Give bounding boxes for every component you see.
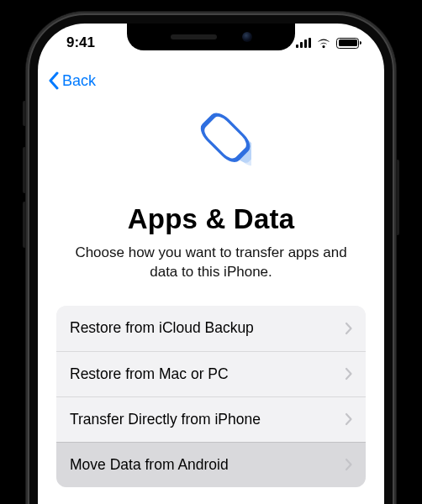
chevron-right-icon [345,458,352,471]
option-restore-icloud[interactable]: Restore from iCloud Backup [56,306,366,351]
option-label: Transfer Directly from iPhone [70,411,261,428]
phone-frame: 9:41 Back [26,12,396,504]
option-label: Move Data from Android [70,456,229,474]
navbar: Back [38,62,384,99]
chevron-right-icon [345,412,352,426]
option-transfer-iphone[interactable]: Transfer Directly from iPhone [56,396,366,442]
power-button [396,160,399,235]
wifi-icon [316,38,331,49]
page-title: Apps & Data [56,203,366,235]
option-move-android[interactable]: Move Data from Android [56,442,366,487]
status-time: 9:41 [66,34,95,51]
speaker-grille [171,34,217,39]
page-subtitle: Choose how you want to transfer apps and… [56,244,366,282]
back-button[interactable]: Back [48,71,96,90]
front-camera [242,32,252,42]
option-restore-mac-pc[interactable]: Restore from Mac or PC [56,351,366,396]
transfer-options-list: Restore from iCloud Backup Restore from … [56,306,366,487]
status-indicators [296,38,359,49]
battery-icon [336,38,359,49]
chevron-left-icon [48,71,59,90]
option-label: Restore from iCloud Backup [70,319,254,337]
notch [127,24,295,50]
chevron-right-icon [345,367,352,381]
apps-data-icon [171,108,251,188]
screen: 9:41 Back [38,24,384,504]
chevron-right-icon [345,322,352,335]
back-label: Back [62,72,96,90]
option-label: Restore from Mac or PC [70,365,229,383]
cellular-icon [296,38,311,48]
content: Apps & Data Choose how you want to trans… [38,99,384,504]
